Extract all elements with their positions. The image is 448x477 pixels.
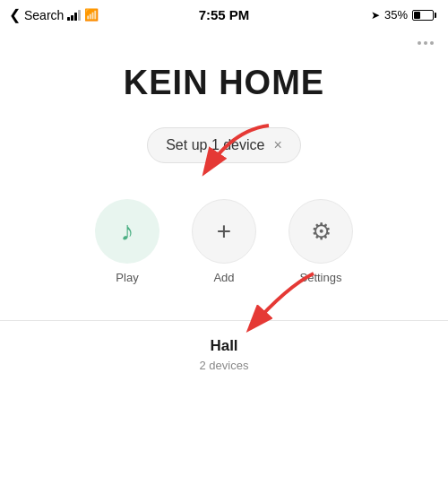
wifi-icon: 📶: [84, 8, 99, 22]
setup-device-label: Set up 1 device: [166, 137, 264, 153]
add-action[interactable]: + Add: [192, 199, 256, 284]
search-label[interactable]: Search: [24, 8, 64, 22]
setup-close-button[interactable]: ×: [273, 137, 281, 153]
settings-button[interactable]: ⚙: [289, 199, 353, 264]
home-title: KEIN HOME: [124, 64, 324, 102]
plus-icon: +: [217, 217, 231, 246]
add-label: Add: [213, 271, 234, 284]
hall-title: Hall: [210, 337, 237, 355]
setup-device-banner[interactable]: Set up 1 device ×: [147, 127, 301, 163]
status-right: ➤ 35%: [371, 8, 434, 22]
status-left: ❮ Search 📶: [9, 6, 99, 23]
music-note-icon: ♪: [121, 216, 134, 247]
status-time: 7:55 PM: [199, 7, 250, 22]
gear-icon: ⚙: [311, 218, 332, 246]
play-button[interactable]: ♪: [95, 199, 159, 264]
play-label: Play: [116, 271, 138, 284]
more-options-button[interactable]: [418, 41, 434, 45]
status-bar: ❮ Search 📶 7:55 PM ➤ 35%: [0, 0, 448, 28]
hall-device-count: 2 devices: [200, 359, 249, 372]
main-content: KEIN HOME Set up 1 device × ♪ Play + Add…: [0, 28, 448, 372]
add-button[interactable]: +: [192, 199, 256, 264]
hall-section: Hall 2 devices: [0, 321, 448, 372]
battery-icon: [412, 10, 434, 21]
settings-action[interactable]: ⚙ Settings: [289, 199, 353, 284]
signal-bars-icon: [67, 10, 81, 21]
location-icon: ➤: [371, 9, 380, 22]
settings-label: Settings: [300, 271, 342, 284]
play-action[interactable]: ♪ Play: [95, 199, 159, 284]
battery-percent: 35%: [384, 8, 408, 22]
back-chevron-icon: ❮: [9, 6, 21, 23]
actions-row: ♪ Play + Add ⚙ Settings: [95, 199, 353, 284]
